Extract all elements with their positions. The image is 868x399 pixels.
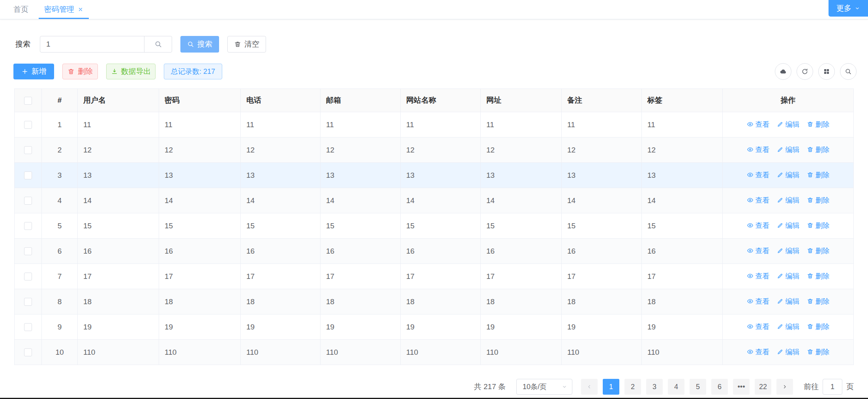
view-button[interactable]: 查看 bbox=[747, 347, 770, 357]
delete-button[interactable]: 删除 bbox=[807, 196, 830, 205]
delete-label: 删除 bbox=[816, 170, 830, 180]
table-row[interactable]: 81818181818181818查看编辑删除 bbox=[15, 289, 854, 314]
row-cell: 13 bbox=[401, 163, 481, 188]
edit-button[interactable]: 编辑 bbox=[777, 120, 800, 129]
edit-button[interactable]: 编辑 bbox=[777, 145, 800, 154]
table-row[interactable]: 51515151515151515查看编辑删除 bbox=[15, 213, 854, 239]
view-button[interactable]: 查看 bbox=[747, 120, 770, 129]
page-button-1[interactable]: 1 bbox=[603, 379, 619, 395]
row-checkbox[interactable] bbox=[24, 247, 32, 255]
row-cell: 14 bbox=[241, 188, 321, 213]
row-checkbox[interactable] bbox=[24, 121, 32, 129]
page-button-3[interactable]: 3 bbox=[646, 379, 663, 395]
edit-button[interactable]: 编辑 bbox=[777, 347, 800, 357]
delete-button[interactable]: 删除 bbox=[807, 322, 830, 331]
page-button-2[interactable]: 2 bbox=[624, 379, 641, 395]
view-button[interactable]: 查看 bbox=[747, 221, 770, 230]
delete-button[interactable]: 删除 bbox=[807, 271, 830, 281]
goto-page-input[interactable] bbox=[823, 379, 842, 395]
search-button[interactable]: 搜索 bbox=[180, 36, 219, 53]
delete-button[interactable]: 删除 bbox=[807, 347, 830, 357]
prev-page-button[interactable] bbox=[581, 379, 598, 395]
row-cell: 11 bbox=[78, 112, 159, 137]
page-button-22[interactable]: 22 bbox=[755, 379, 771, 395]
more-button[interactable]: 更多 bbox=[829, 0, 868, 17]
delete-button[interactable]: 删除 bbox=[807, 221, 830, 230]
view-button[interactable]: 查看 bbox=[747, 196, 770, 205]
clear-button[interactable]: 清空 bbox=[227, 36, 266, 53]
column-settings-button[interactable] bbox=[818, 63, 835, 80]
view-button[interactable]: 查看 bbox=[747, 145, 770, 154]
row-checkbox[interactable] bbox=[24, 273, 32, 280]
eye-icon bbox=[747, 247, 754, 254]
table-header-row: #用户名密码电话邮箱网站名称网址备注标签操作 bbox=[15, 89, 854, 112]
edit-button[interactable]: 编辑 bbox=[777, 322, 800, 331]
refresh-button[interactable] bbox=[797, 63, 813, 80]
search-toggle-button[interactable] bbox=[840, 63, 857, 80]
delete-label: 删除 bbox=[816, 271, 830, 281]
table-row[interactable]: 11111111111111111查看编辑删除 bbox=[15, 112, 854, 137]
edit-button[interactable]: 编辑 bbox=[777, 196, 800, 205]
edit-button[interactable]: 编辑 bbox=[777, 271, 800, 281]
table-row[interactable]: 10110110110110110110110110查看编辑删除 bbox=[15, 340, 854, 365]
page-ellipsis[interactable]: ••• bbox=[733, 379, 750, 395]
delete-button[interactable]: 删除 bbox=[807, 170, 830, 180]
add-button[interactable]: 新增 bbox=[13, 64, 54, 79]
row-checkbox[interactable] bbox=[24, 298, 32, 306]
table-row[interactable]: 21212121212121212查看编辑删除 bbox=[15, 137, 854, 163]
eye-icon bbox=[747, 298, 754, 305]
tab-home-label: 首页 bbox=[13, 4, 28, 15]
row-cell: 16 bbox=[562, 239, 642, 264]
row-checkbox[interactable] bbox=[24, 171, 32, 179]
row-cell: 15 bbox=[159, 213, 241, 239]
table-row[interactable]: 71717171717171717查看编辑删除 bbox=[15, 264, 854, 289]
search-input[interactable] bbox=[40, 36, 144, 52]
row-cell: 13 bbox=[481, 163, 562, 188]
page-button-6[interactable]: 6 bbox=[711, 379, 728, 395]
goto-unit-label: 页 bbox=[846, 382, 854, 392]
row-cell: 15 bbox=[562, 213, 642, 239]
edit-button[interactable]: 编辑 bbox=[777, 221, 800, 230]
delete-button[interactable]: 删除 bbox=[807, 297, 830, 306]
select-all-checkbox[interactable] bbox=[24, 97, 32, 105]
row-checkbox[interactable] bbox=[24, 197, 32, 205]
table-row[interactable]: 31313131313131313查看编辑删除 bbox=[15, 163, 854, 188]
delete-button[interactable]: 删除 bbox=[62, 64, 98, 79]
tab-password-management[interactable]: 密码管理 bbox=[36, 0, 91, 19]
table-row[interactable]: 41414141414141414查看编辑删除 bbox=[15, 188, 854, 213]
row-checkbox[interactable] bbox=[24, 348, 32, 356]
delete-button[interactable]: 删除 bbox=[807, 145, 830, 154]
row-actions-cell: 查看编辑删除 bbox=[723, 264, 854, 289]
pencil-icon bbox=[777, 121, 784, 128]
view-button[interactable]: 查看 bbox=[747, 322, 770, 331]
page-button-5[interactable]: 5 bbox=[690, 379, 706, 395]
pencil-icon bbox=[777, 171, 784, 178]
cloud-export-button[interactable] bbox=[775, 63, 791, 80]
close-tab-icon[interactable] bbox=[78, 7, 83, 12]
trash-icon bbox=[807, 323, 814, 330]
next-page-button[interactable] bbox=[776, 379, 793, 395]
table-row[interactable]: 91919191919191919查看编辑删除 bbox=[15, 314, 854, 340]
page-size-select[interactable]: 10条/页 bbox=[516, 379, 572, 395]
row-checkbox[interactable] bbox=[24, 146, 32, 154]
row-index: 9 bbox=[42, 314, 78, 340]
view-button[interactable]: 查看 bbox=[747, 271, 770, 281]
pencil-icon bbox=[777, 273, 784, 279]
table-row[interactable]: 61616161616161616查看编辑删除 bbox=[15, 239, 854, 264]
edit-button[interactable]: 编辑 bbox=[777, 246, 800, 256]
page-button-4[interactable]: 4 bbox=[668, 379, 684, 395]
search-input-append[interactable] bbox=[144, 36, 172, 52]
delete-button[interactable]: 删除 bbox=[807, 246, 830, 256]
eye-icon bbox=[747, 171, 754, 178]
view-button[interactable]: 查看 bbox=[747, 297, 770, 306]
view-button[interactable]: 查看 bbox=[747, 170, 770, 180]
view-button[interactable]: 查看 bbox=[747, 246, 770, 256]
delete-button[interactable]: 删除 bbox=[807, 120, 830, 129]
export-button[interactable]: 数据导出 bbox=[106, 64, 156, 79]
row-cell: 13 bbox=[241, 163, 321, 188]
row-checkbox[interactable] bbox=[24, 222, 32, 230]
tab-home[interactable]: 首页 bbox=[6, 0, 36, 19]
edit-button[interactable]: 编辑 bbox=[777, 297, 800, 306]
row-checkbox[interactable] bbox=[24, 323, 32, 331]
edit-button[interactable]: 编辑 bbox=[777, 170, 800, 180]
